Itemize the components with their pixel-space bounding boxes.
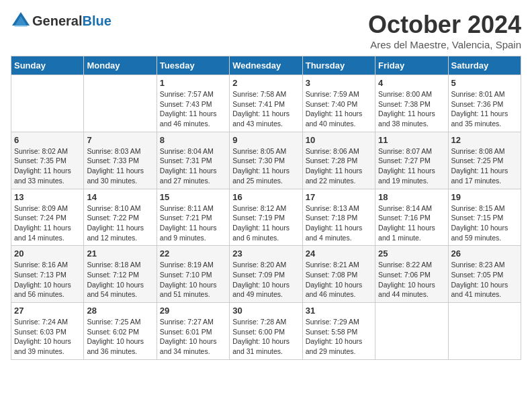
page-header: GeneralBlue October 2024 Ares del Maestr… [11,11,521,50]
day-cell: 19Sunrise: 8:15 AMSunset: 7:15 PMDayligh… [448,189,521,246]
day-number: 12 [451,135,518,145]
month-title: October 2024 [368,11,521,39]
week-row-4: 20Sunrise: 8:16 AMSunset: 7:13 PMDayligh… [11,246,521,303]
day-info-line: Sunset: 7:30 PM [232,156,299,166]
day-info-line: Daylight: 10 hours and 51 minutes. [160,280,226,300]
day-info-line: Sunset: 7:21 PM [160,213,226,223]
day-cell: 18Sunrise: 8:14 AMSunset: 7:16 PMDayligh… [375,189,448,246]
day-info: Sunrise: 8:18 AMSunset: 7:12 PMDaylight:… [87,260,153,300]
day-number: 11 [378,135,445,145]
day-info-line: Sunset: 7:16 PM [378,213,445,223]
day-info-line: Sunrise: 8:15 AM [451,203,518,214]
day-info: Sunrise: 8:02 AMSunset: 7:35 PMDaylight:… [14,146,81,186]
day-number: 15 [160,192,226,202]
day-info-line: Sunrise: 8:11 AM [160,203,226,214]
day-cell: 27Sunrise: 7:24 AMSunset: 6:03 PMDayligh… [11,303,84,360]
day-info-line: Sunrise: 8:03 AM [87,146,153,156]
weekday-header-row: SundayMondayTuesdayWednesdayThursdayFrid… [11,56,521,75]
day-info-line: Daylight: 10 hours and 56 minutes. [14,280,81,300]
day-info-line: Sunset: 7:19 PM [232,213,299,223]
day-number: 26 [451,248,518,259]
logo-blue: Blue [82,13,111,28]
day-number: 28 [87,306,153,316]
day-info-line: Daylight: 11 hours and 9 minutes. [160,223,226,242]
day-cell: 29Sunrise: 7:27 AMSunset: 6:01 PMDayligh… [157,303,229,360]
day-info-line: Daylight: 10 hours and 41 minutes. [451,280,518,300]
weekday-friday: Friday [375,56,448,75]
day-info: Sunrise: 8:10 AMSunset: 7:22 PMDaylight:… [87,203,153,243]
day-info-line: Sunrise: 8:14 AM [378,203,445,214]
day-info-line: Sunrise: 8:23 AM [451,260,518,270]
title-block: October 2024 Ares del Maestre, Valencia,… [368,11,521,50]
day-number: 14 [87,192,153,202]
day-info: Sunrise: 8:03 AMSunset: 7:33 PMDaylight:… [87,146,153,186]
day-cell: 4Sunrise: 8:00 AMSunset: 7:38 PMDaylight… [375,75,448,132]
day-info-line: Daylight: 10 hours and 44 minutes. [378,280,445,300]
day-cell: 20Sunrise: 8:16 AMSunset: 7:13 PMDayligh… [11,246,84,303]
day-info: Sunrise: 7:27 AMSunset: 6:01 PMDaylight:… [160,317,226,357]
day-info-line: Sunrise: 7:59 AM [306,89,372,99]
day-info-line: Daylight: 10 hours and 31 minutes. [232,336,299,356]
day-info-line: Daylight: 11 hours and 43 minutes. [232,109,299,128]
day-info-line: Daylight: 11 hours and 46 minutes. [160,109,226,128]
day-number: 2 [232,78,299,88]
day-info-line: Daylight: 11 hours and 33 minutes. [14,166,81,185]
day-info-line: Daylight: 11 hours and 4 minutes. [306,223,372,242]
day-info-line: Sunrise: 8:08 AM [451,146,518,156]
day-info-line: Sunrise: 8:10 AM [87,203,153,214]
day-info-line: Daylight: 10 hours and 29 minutes. [306,336,372,356]
day-info-line: Daylight: 11 hours and 30 minutes. [87,166,153,185]
day-info-line: Sunrise: 8:20 AM [232,260,299,270]
day-number: 24 [306,248,372,259]
logo-icon [11,11,31,31]
day-number: 21 [87,248,153,259]
day-cell: 9Sunrise: 8:05 AMSunset: 7:30 PMDaylight… [230,132,302,189]
day-cell: 8Sunrise: 8:04 AMSunset: 7:31 PMDaylight… [157,132,229,189]
day-info-line: Sunset: 6:03 PM [14,327,81,337]
day-info-line: Daylight: 11 hours and 17 minutes. [451,166,518,185]
day-info-line: Sunrise: 8:13 AM [306,203,372,214]
day-number: 13 [14,192,81,202]
day-cell: 6Sunrise: 8:02 AMSunset: 7:35 PMDaylight… [11,132,84,189]
day-info: Sunrise: 8:09 AMSunset: 7:24 PMDaylight:… [14,203,81,243]
day-cell: 12Sunrise: 8:08 AMSunset: 7:25 PMDayligh… [448,132,521,189]
logo: GeneralBlue [11,11,112,31]
day-number: 3 [306,78,372,88]
day-cell: 7Sunrise: 8:03 AMSunset: 7:33 PMDaylight… [84,132,157,189]
day-number: 22 [160,248,226,259]
day-number: 30 [232,306,299,316]
day-info: Sunrise: 8:20 AMSunset: 7:09 PMDaylight:… [232,260,299,300]
day-info-line: Sunset: 7:13 PM [14,270,81,280]
day-info-line: Daylight: 11 hours and 25 minutes. [232,166,299,185]
day-number: 5 [451,78,518,88]
day-info: Sunrise: 8:04 AMSunset: 7:31 PMDaylight:… [160,146,226,186]
day-info-line: Sunrise: 8:09 AM [14,203,81,214]
day-info: Sunrise: 7:58 AMSunset: 7:41 PMDaylight:… [232,89,299,129]
day-info-line: Sunrise: 7:29 AM [306,317,372,327]
day-info-line: Daylight: 10 hours and 59 minutes. [451,223,518,242]
day-info-line: Sunrise: 8:06 AM [306,146,372,156]
day-cell: 5Sunrise: 8:01 AMSunset: 7:36 PMDaylight… [448,75,521,132]
day-info-line: Daylight: 11 hours and 12 minutes. [87,223,153,242]
day-cell: 3Sunrise: 7:59 AMSunset: 7:40 PMDaylight… [302,75,375,132]
weekday-saturday: Saturday [448,56,521,75]
day-info: Sunrise: 8:00 AMSunset: 7:38 PMDaylight:… [378,89,445,129]
week-row-3: 13Sunrise: 8:09 AMSunset: 7:24 PMDayligh… [11,189,521,246]
day-info-line: Daylight: 10 hours and 46 minutes. [306,280,372,300]
calendar-table: SundayMondayTuesdayWednesdayThursdayFrid… [11,56,521,360]
weekday-monday: Monday [84,56,157,75]
day-info-line: Daylight: 10 hours and 49 minutes. [232,280,299,300]
day-info: Sunrise: 8:19 AMSunset: 7:10 PMDaylight:… [160,260,226,300]
day-info-line: Sunrise: 7:27 AM [160,317,226,327]
day-number: 10 [306,135,372,145]
day-info-line: Sunrise: 8:19 AM [160,260,226,270]
day-info-line: Daylight: 11 hours and 22 minutes. [306,166,372,185]
day-info-line: Sunset: 6:01 PM [160,327,226,337]
day-info-line: Daylight: 10 hours and 36 minutes. [87,336,153,356]
day-cell: 16Sunrise: 8:12 AMSunset: 7:19 PMDayligh… [230,189,302,246]
day-info-line: Sunset: 7:10 PM [160,270,226,280]
day-cell: 11Sunrise: 8:07 AMSunset: 7:27 PMDayligh… [375,132,448,189]
day-info-line: Sunset: 7:18 PM [306,213,372,223]
day-info: Sunrise: 8:11 AMSunset: 7:21 PMDaylight:… [160,203,226,243]
day-info-line: Daylight: 10 hours and 34 minutes. [160,336,226,356]
